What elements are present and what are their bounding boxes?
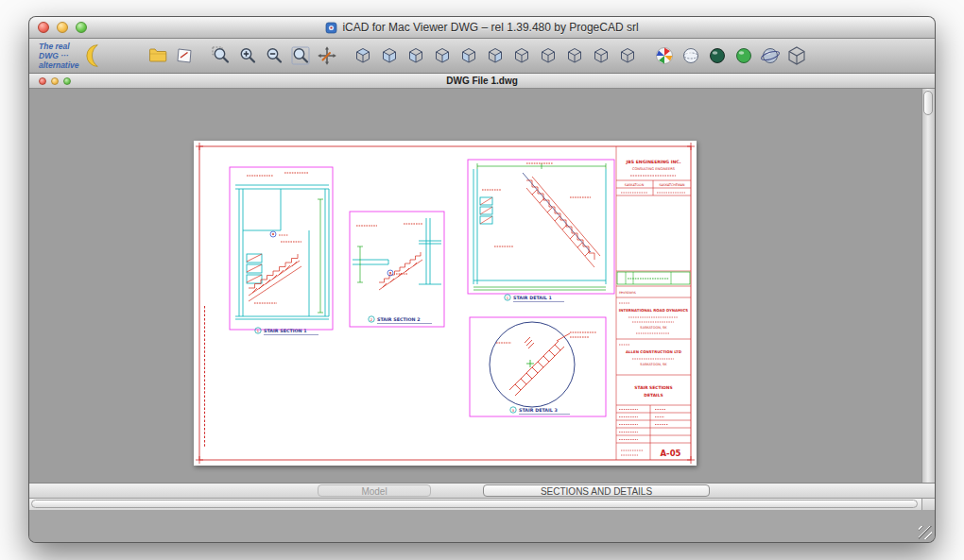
document-titlebar[interactable]: DWG File 1.dwg bbox=[29, 74, 935, 89]
layout-tab-bar: Model SECTIONS AND DETAILS bbox=[29, 483, 935, 498]
render-icon[interactable] bbox=[651, 43, 677, 69]
stair-section-1-view bbox=[230, 167, 333, 330]
app-window: iCAD for Mac Viewer DWG – rel 1.39.480 b… bbox=[28, 16, 936, 543]
logo-text: The real DWG ··· alternative bbox=[39, 42, 79, 71]
stair-detail-3-view bbox=[470, 317, 606, 416]
stair-section-2-view bbox=[350, 212, 444, 327]
horizontal-scrollbar-thumb[interactable] bbox=[31, 500, 918, 508]
front-view-icon[interactable] bbox=[456, 43, 482, 69]
revisions-label: revisions bbox=[619, 290, 636, 295]
tab-model[interactable]: Model bbox=[318, 484, 431, 497]
caption-stair-detail-1: 1 STAIR DETAIL 1 bbox=[505, 295, 564, 302]
stair-detail-1-view bbox=[468, 160, 614, 294]
title-block: JBS ENGINEERING INC. CONSULTING ENGINEER… bbox=[616, 146, 691, 460]
window-footer bbox=[29, 510, 935, 542]
pan-icon[interactable] bbox=[314, 43, 339, 69]
caption-label: STAIR DETAIL 3 bbox=[519, 408, 558, 413]
client-name: ALLEN CONSTRUCTION LTD bbox=[626, 349, 682, 354]
sw-isometric-view-icon[interactable] bbox=[509, 43, 535, 69]
moon-logo-icon bbox=[82, 43, 107, 68]
zoom-window-icon[interactable] bbox=[208, 43, 233, 69]
horizontal-scrollbar[interactable] bbox=[29, 498, 935, 510]
document-traffic-lights bbox=[39, 77, 71, 85]
zoom-extents-icon[interactable] bbox=[287, 43, 313, 69]
3d-box-icon[interactable] bbox=[783, 43, 809, 69]
zoom-out-icon[interactable] bbox=[261, 43, 286, 69]
back-view-icon[interactable] bbox=[483, 43, 508, 69]
named-views-icon[interactable] bbox=[615, 43, 641, 69]
open-folder-icon[interactable] bbox=[146, 43, 171, 69]
company-city: SASKATOON bbox=[625, 183, 645, 187]
caption-number: 2 bbox=[370, 317, 373, 322]
desktop: iCAD for Mac Viewer DWG – rel 1.39.480 b… bbox=[0, 0, 964, 560]
ne-isometric-view-icon[interactable] bbox=[562, 43, 588, 69]
zoom-in-icon[interactable] bbox=[234, 43, 260, 69]
toolbar-icons bbox=[145, 43, 810, 69]
plot-icon[interactable] bbox=[172, 43, 198, 69]
project-name: INTERNATIONAL ROAD DYNAMICS bbox=[619, 308, 689, 313]
caption-label: STAIR SECTION 2 bbox=[377, 317, 421, 322]
window-titlebar[interactable]: iCAD for Mac Viewer DWG – rel 1.39.480 b… bbox=[29, 17, 935, 39]
company-region: SASKATCHEWAN bbox=[659, 183, 685, 187]
toolbar: The real DWG ··· alternative bbox=[29, 39, 935, 74]
window-title: iCAD for Mac Viewer DWG – rel 1.39.480 b… bbox=[342, 21, 638, 34]
left-view-icon[interactable] bbox=[404, 43, 429, 69]
scrollbar-corner bbox=[921, 499, 935, 510]
orbit-icon[interactable] bbox=[757, 43, 783, 69]
document-close-button[interactable] bbox=[39, 77, 46, 85]
logo-line1: The real bbox=[39, 42, 79, 51]
caption-label: STAIR DETAIL 1 bbox=[513, 296, 552, 300]
sheet-title-line2: DETAILS bbox=[644, 393, 663, 398]
company-name: JBS ENGINEERING INC. bbox=[626, 160, 681, 164]
document-minimize-button[interactable] bbox=[51, 77, 59, 85]
sheet-number: A-05 bbox=[661, 449, 681, 458]
client-city: SASKATOON, SK bbox=[640, 363, 667, 366]
sheet-title-line1: STAIR SECTIONS bbox=[634, 385, 672, 390]
progecad-logo: The real DWG ··· alternative bbox=[35, 42, 145, 71]
minimize-button[interactable] bbox=[57, 22, 68, 33]
bottom-view-icon[interactable] bbox=[377, 43, 403, 69]
caption-label: STAIR SECTION 1 bbox=[264, 329, 307, 333]
app-icon bbox=[325, 22, 337, 34]
close-button[interactable] bbox=[38, 22, 49, 33]
logo-line2: DWG ··· bbox=[39, 51, 79, 60]
shaded-icon[interactable] bbox=[731, 43, 756, 69]
project-city: SASKATOON, SK bbox=[640, 326, 667, 330]
right-view-icon[interactable] bbox=[430, 43, 456, 69]
document-zoom-button[interactable] bbox=[63, 77, 71, 85]
top-view-icon[interactable] bbox=[351, 43, 376, 69]
revision-row bbox=[617, 272, 690, 284]
caption-stair-detail-3: 3 STAIR DETAIL 3 bbox=[510, 407, 570, 415]
caption-number: 1 bbox=[257, 329, 260, 333]
logo-line3: alternative bbox=[39, 60, 79, 70]
caption-number: 3 bbox=[512, 408, 515, 413]
resize-grip[interactable] bbox=[919, 526, 932, 539]
drawing-canvas[interactable]: 1 STAIR SECTION 1 bbox=[29, 89, 935, 483]
wireframe-icon[interactable] bbox=[678, 43, 703, 69]
se-isometric-view-icon[interactable] bbox=[536, 43, 561, 69]
document-title: DWG File 1.dwg bbox=[446, 76, 518, 86]
tab-sections-and-details[interactable]: SECTIONS AND DETAILS bbox=[483, 484, 710, 497]
traffic-lights bbox=[38, 22, 87, 33]
drawing-sheet: 1 STAIR SECTION 1 bbox=[194, 141, 697, 466]
cad-sheet-svg: 1 STAIR SECTION 1 bbox=[194, 141, 697, 466]
hidden-line-icon[interactable] bbox=[704, 43, 730, 69]
vertical-scrollbar-thumb[interactable] bbox=[923, 91, 933, 115]
caption-number: 1 bbox=[507, 296, 509, 300]
company-subtitle: CONSULTING ENGINEERS bbox=[632, 167, 676, 171]
window-title-area: iCAD for Mac Viewer DWG – rel 1.39.480 b… bbox=[325, 21, 638, 34]
zoom-button[interactable] bbox=[76, 22, 87, 33]
caption-stair-section-1: 1 STAIR SECTION 1 bbox=[255, 328, 318, 335]
vertical-scrollbar[interactable] bbox=[921, 89, 935, 483]
nw-isometric-view-icon[interactable] bbox=[589, 43, 614, 69]
caption-stair-section-2: 2 STAIR SECTION 2 bbox=[369, 316, 432, 324]
